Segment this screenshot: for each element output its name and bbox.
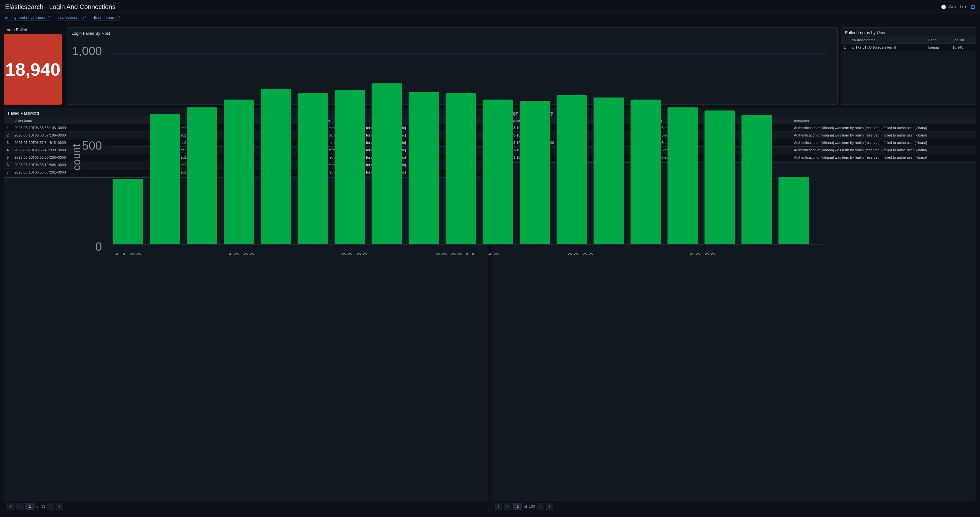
clock-icon: 🕐: [941, 5, 946, 10]
col-node: db.node.name: [849, 37, 926, 44]
row-num: 5: [4, 154, 12, 161]
login-failed-title: Login Failed: [4, 27, 64, 32]
svg-rect-24: [741, 115, 772, 244]
failed-password-pagination: ⟪ ‹ 1 of 33 › ⟫: [4, 501, 488, 512]
fla-total-pages: 100: [529, 504, 535, 508]
chart-area: 1,000 500 0 count: [72, 38, 833, 255]
svg-rect-20: [593, 97, 624, 244]
row-num: 1: [841, 44, 849, 51]
row-count: 18,940: [950, 44, 976, 51]
svg-text:18:00: 18:00: [228, 251, 255, 255]
row-num: 2: [4, 132, 12, 139]
main-content: Login Failed 18,940 Login Failed By Host…: [0, 24, 980, 515]
last-page-btn[interactable]: ⟫: [56, 503, 63, 510]
fla-first-page-btn[interactable]: ⟪: [495, 503, 502, 510]
failed-logins-by-user-panel: Failed Logins by User db.node.name user …: [841, 27, 976, 105]
filter-cluster[interactable]: db.cluster.name *: [56, 16, 86, 21]
svg-rect-10: [224, 100, 255, 244]
row-user: kibana: [926, 44, 950, 51]
svg-rect-14: [372, 83, 402, 244]
svg-text:22:00: 22:00: [340, 251, 368, 255]
bar-chart: 1,000 500 0 count: [72, 38, 833, 255]
svg-text:02:00 Mar 10: 02:00 Mar 10: [435, 251, 500, 255]
login-failed-card: 18,940: [4, 34, 62, 105]
svg-rect-7: [113, 179, 143, 244]
svg-text:1,000: 1,000: [72, 44, 102, 57]
fla-current-page[interactable]: 1: [513, 503, 522, 510]
svg-text:count: count: [72, 144, 83, 170]
fla-of-label: of: [524, 504, 527, 508]
svg-rect-18: [520, 101, 550, 244]
refresh-icon: ↻: [960, 5, 963, 10]
login-failed-by-host-panel: Login Failed By Host 1,000 500 0 count: [67, 27, 838, 105]
top-row: Login Failed 18,940 Login Failed By Host…: [4, 27, 976, 105]
svg-rect-9: [187, 107, 217, 244]
svg-rect-22: [667, 107, 698, 244]
svg-text:14:00: 14:00: [114, 251, 142, 255]
row-num: 4: [4, 146, 12, 154]
svg-rect-8: [150, 114, 180, 244]
svg-rect-12: [298, 93, 328, 244]
row-num: 3: [4, 139, 12, 146]
svg-rect-19: [557, 95, 587, 244]
svg-rect-16: [445, 93, 476, 244]
filter-icon: ⊟: [970, 4, 975, 10]
time-range-control[interactable]: 🕐 -24h: [941, 5, 956, 10]
col-num: [841, 37, 849, 44]
failed-logins-table: db.node.name user _count 1 ip-172-31-86-…: [841, 37, 976, 51]
row-num: 6: [4, 161, 12, 169]
svg-rect-15: [409, 92, 439, 244]
svg-text:10:00: 10:00: [689, 251, 716, 255]
login-failed-value: 18,940: [8, 38, 58, 101]
next-page-btn[interactable]: ›: [47, 503, 54, 510]
refresh-chevron: ▾: [964, 5, 967, 10]
svg-text:06:00: 06:00: [567, 251, 594, 255]
svg-rect-13: [335, 90, 365, 244]
filter-node[interactable]: db.node.name *: [93, 16, 120, 21]
svg-text:0: 0: [95, 240, 102, 253]
svg-rect-17: [483, 100, 513, 244]
refresh-control[interactable]: ↻ ▾: [960, 5, 967, 10]
filter-bar: deployment.environment * db.cluster.name…: [0, 13, 980, 24]
prev-page-btn[interactable]: ‹: [16, 503, 24, 510]
total-pages: 33: [41, 504, 45, 508]
fla-prev-page-btn[interactable]: ‹: [504, 503, 511, 510]
filter-deployment[interactable]: deployment.environment *: [5, 16, 50, 21]
col-user: user: [926, 37, 950, 44]
svg-rect-25: [778, 177, 809, 244]
filter-control[interactable]: ⊟: [970, 4, 975, 10]
header-controls: 🕐 -24h ↻ ▾ ⊟: [941, 4, 975, 10]
row-num: 1: [4, 124, 12, 132]
time-range-label: -24h: [948, 5, 956, 10]
svg-rect-11: [261, 89, 291, 244]
failed-logins-table-wrapper: db.node.name user _count 1 ip-172-31-86-…: [841, 37, 976, 104]
header: Elasticsearch - Login And Connections 🕐 …: [0, 0, 980, 13]
failed-logins-title: Failed Logins by User: [841, 28, 976, 37]
fla-next-page-btn[interactable]: ›: [537, 503, 544, 510]
row-num: 7: [4, 169, 12, 176]
svg-text:500: 500: [82, 139, 102, 152]
svg-rect-23: [705, 110, 735, 244]
first-page-btn[interactable]: ⟪: [7, 503, 14, 510]
fla-last-page-btn[interactable]: ⟫: [546, 503, 553, 510]
table-row: 1 ip-172-31-86-95.ec2.internal kibana 18…: [841, 44, 976, 51]
row-node: ip-172-31-86-95.ec2.internal: [849, 44, 926, 51]
of-label: of: [37, 504, 39, 508]
svg-rect-21: [631, 100, 661, 244]
fp-col-num: [4, 117, 12, 124]
current-page[interactable]: 1: [25, 503, 35, 510]
chart-title: Login Failed By Host: [72, 31, 833, 36]
page-title: Elasticsearch - Login And Connections: [5, 3, 115, 11]
failed-login-attempt-pagination: ⟪ ‹ 1 of 100 › ⟫: [492, 501, 976, 512]
col-count: _count: [950, 37, 976, 44]
